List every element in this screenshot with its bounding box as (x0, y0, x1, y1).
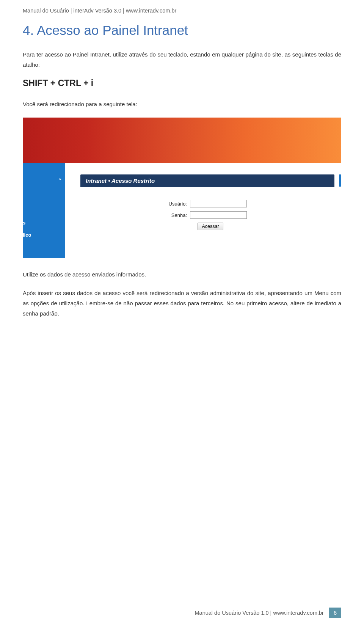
login-panel: Intranet • Acesso Restrito Usuário: Senh… (80, 174, 334, 236)
screenshot-sidebar: ▸ s lico (23, 163, 65, 258)
intro-paragraph: Para ter acesso ao Painel Intranet, util… (23, 49, 341, 70)
decorative-strip (339, 174, 341, 187)
after-paragraph-1: Utilize os dados de acesso enviados info… (23, 269, 341, 280)
username-input[interactable] (190, 200, 247, 207)
screenshot-banner (23, 118, 341, 163)
redirect-paragraph: Você será redirecionado para a seguinte … (23, 99, 341, 109)
password-label: Senha: (153, 212, 187, 218)
login-screenshot: ▸ s lico Intranet • Acesso Restrito Usuá… (23, 118, 341, 258)
footer-text: Manual do Usuário Versão 1.0 | www.inter… (195, 608, 329, 618)
page-number: 6 (329, 608, 341, 618)
login-button[interactable]: Acessar (198, 223, 223, 230)
keyboard-shortcut: SHIFT + CTRL + i (23, 78, 341, 88)
chevron-right-icon: ▸ (60, 177, 61, 181)
after-paragraph-2: Após inserir os seus dados de acesso voc… (23, 288, 341, 319)
document-header: Manual do Usuário | interAdv Versão 3.0 … (23, 8, 341, 14)
section-title: 4. Acesso ao Painel Intranet (23, 23, 341, 38)
password-input[interactable] (190, 211, 247, 219)
page-footer: Manual do Usuário Versão 1.0 | www.inter… (195, 608, 341, 618)
login-panel-title: Intranet • Acesso Restrito (80, 174, 334, 187)
sidebar-text-fragment: lico (23, 232, 31, 238)
sidebar-text-fragment: s (23, 220, 25, 226)
username-label: Usuário: (153, 201, 187, 207)
